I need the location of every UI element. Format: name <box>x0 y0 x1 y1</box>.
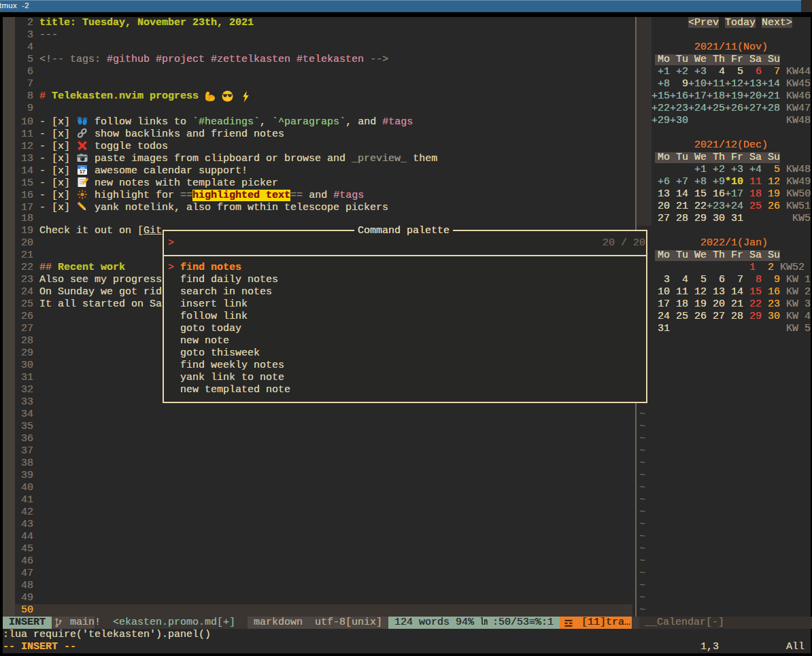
svg-text:17: 17 <box>80 169 85 175</box>
